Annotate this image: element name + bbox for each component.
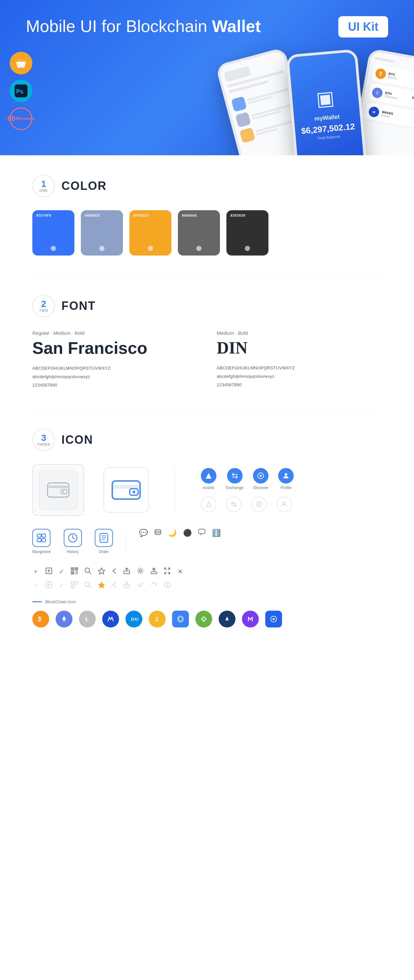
ui-kit-badge: UI Kit [338,16,388,38]
svg-point-12 [260,475,262,477]
bottom-nav-icons-row: Mangment History Order [32,529,382,554]
icon-exchange: Exchange [226,468,243,490]
svg-rect-37 [72,572,73,573]
star-icon-active [98,581,105,590]
star-icon [98,567,105,576]
svg-rect-20 [42,534,46,537]
screens-badge: 60+ Screens [10,107,32,130]
svg-marker-43 [98,568,105,574]
icon-order: Order [95,529,113,554]
icon-assets: Assets [201,468,217,490]
utility-icons-row1: 💬 🌙 ⚫ ℹ️ [139,529,221,537]
info-icon: ℹ️ [212,529,221,537]
svg-rect-40 [75,573,78,574]
svg-point-27 [155,530,161,531]
section-num-1: 1 ONE [32,175,55,197]
icon-management: Mangment [32,529,51,554]
search-icon [84,567,92,576]
crypto-eth [56,611,72,627]
svg-line-53 [89,586,91,588]
search-icon-faded [84,581,92,590]
svg-text:DASH: DASH [131,617,139,622]
chevron-left-icon-faded [111,581,117,590]
nav-icons-col: Assets Exchange Discover [201,468,294,512]
svg-rect-28 [199,529,205,534]
svg-rect-45 [151,572,157,574]
icon-profile: Profile [278,468,294,490]
share-icon [123,567,131,576]
resize-icon [164,567,171,576]
color-section: 1 ONE COLOR #3574FA #8DA0C8 #F5A623 #666… [0,155,414,275]
upload-icon [150,567,158,576]
info-icon-faded [164,581,171,590]
plus-icon-faded: ＋ [32,581,39,590]
svg-rect-19 [37,539,41,542]
svg-rect-21 [42,539,46,542]
wallet-icon-blue [104,467,149,513]
swatch-slate: #8DA0C8 [81,210,123,256]
check-icon: ✓ [59,568,64,575]
icon-exchange-outline [226,496,242,512]
svg-line-42 [89,572,91,574]
crypto-icons-row: ₿ Ł DASH Z [32,611,382,627]
svg-point-13 [285,473,287,476]
section-num-2: 2 TWO [32,295,55,317]
check-icon-faded: ✓ [59,582,64,589]
section-icon-header: 3 THREE ICON [32,428,382,451]
tools-icons-row1: ＋ ✓ [32,567,382,576]
svg-point-5 [63,491,64,493]
crypto-dash: DASH [126,611,142,627]
font-din: Medium · Bold DIN ABCDEFGHIJKLMNOPQRSTUV… [217,330,382,390]
icon-assets-outline [201,496,217,512]
phone-mid: ▣ myWallet $6,297,502.12 Total Balance [286,49,368,155]
blockchain-label-row: BlockChain Icon [32,599,382,604]
share-icon-faded [123,581,131,590]
sketch-badge [10,52,32,75]
font-grid: Regular · Medium · Bold San Francisco AB… [32,330,382,390]
chat-icon [198,529,205,537]
crypto-waves [102,611,119,627]
svg-point-44 [139,570,142,572]
svg-text:Z: Z [155,616,158,622]
crypto-strat [265,611,282,627]
ps-badge: Ps [10,80,32,102]
redo-icon-faded [150,581,158,590]
icon-profile-outline [277,496,292,512]
svg-point-15 [256,502,262,507]
svg-rect-49 [71,582,74,584]
svg-rect-35 [76,568,77,570]
icon-section: 3 THREE ICON [0,409,414,647]
tools-icons-section: ＋ ✓ [32,567,382,590]
svg-text:₿: ₿ [38,616,41,622]
color-swatches: #3574FA #8DA0C8 #F5A623 #666666 #303030 [32,210,382,256]
svg-point-17 [283,502,285,504]
section-font-header: 2 TWO FONT [32,295,382,317]
crypto-xem [195,611,212,627]
font-section: 2 TWO FONT Regular · Medium · Bold San F… [0,275,414,409]
svg-marker-14 [206,502,211,507]
hero-section: Mobile UI for Blockchain Wallet UI Kit P… [0,0,414,155]
icon-divider-v [175,467,175,513]
wallet-icon-guide-outer [32,464,84,516]
section-num-3: 3 THREE [32,428,55,451]
note-add-icon-faded [45,581,53,590]
svg-rect-38 [75,571,76,572]
crypto-btc: ₿ [32,611,49,627]
note-add-icon [45,567,53,576]
swatch-orange: #F5A623 [129,210,171,256]
moon-icon: 🌙 [168,529,177,537]
qr-icon-faded [71,581,78,590]
font-sf: Regular · Medium · Bold San Francisco AB… [32,330,197,390]
phone-mockups: ▣ myWallet $6,297,502.12 Total Balance ₿… [239,52,414,155]
swatch-blue: #3574FA [32,210,75,256]
chevron-left-icon [111,567,117,576]
crypto-ltc: Ł [79,611,96,627]
gear-icon [137,567,144,576]
qr-icon [71,567,78,576]
svg-text:Ł: Ł [85,616,89,622]
svg-rect-39 [76,571,78,573]
icon-history: History [64,529,82,554]
svg-rect-2 [48,483,69,497]
hero-title: Mobile UI for Blockchain Wallet [26,16,261,36]
close-icon: ✕ [178,568,183,575]
